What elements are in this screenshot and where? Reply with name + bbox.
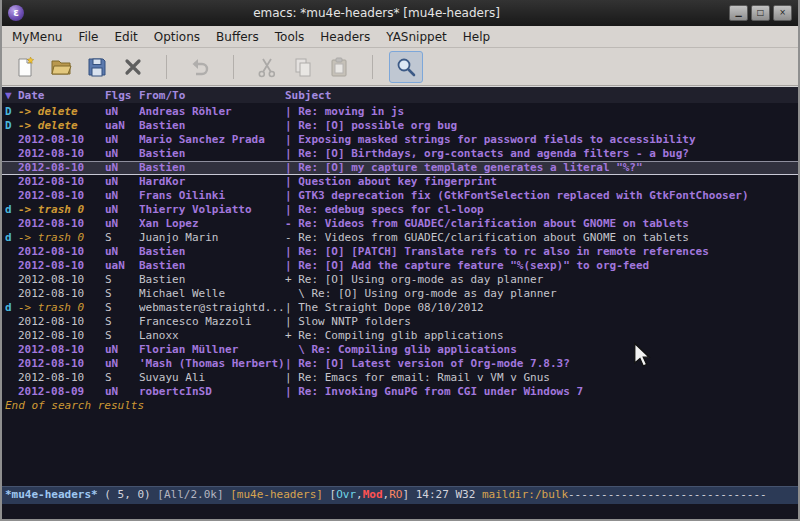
message-row[interactable]: 2012-08-10uNBastien| Re: [O] my capture … xyxy=(2,161,798,175)
menu-headers[interactable]: Headers xyxy=(312,28,378,46)
header-line: ▼ Date Flgs From/To Subject xyxy=(2,87,798,103)
message-row[interactable]: 2012-08-10uNMario Sanchez Prada| Exposin… xyxy=(2,133,798,147)
subject-cell: | Re: Emacs for email: Rmail v VM v Gnus xyxy=(285,371,798,385)
message-row[interactable]: 2012-08-10uNXan Lopez- Re: Videos from G… xyxy=(2,217,798,231)
mark-cell: D xyxy=(5,119,18,133)
cut-button[interactable] xyxy=(250,51,284,83)
message-row[interactable]: d-> trash 0uNThierry Volpiatto| Re: edeb… xyxy=(2,203,798,217)
message-row[interactable]: D-> deleteuaNBastien| Re: [O] possible o… xyxy=(2,119,798,133)
close-button[interactable] xyxy=(116,51,150,83)
header-col-date[interactable]: Date xyxy=(18,89,105,102)
mark-cell xyxy=(5,357,18,371)
message-row[interactable]: D-> deleteuNAndreas Röhler| Re: moving i… xyxy=(2,105,798,119)
window-title: emacs: *mu4e-headers* [mu4e-headers] xyxy=(24,6,729,20)
titlebar[interactable]: ε emacs: *mu4e-headers* [mu4e-headers] ▁… xyxy=(2,0,798,26)
mark-cell xyxy=(5,245,18,259)
maildir: maildir:/bulk xyxy=(482,488,568,501)
message-row[interactable]: 2012-08-10uNBastien| Re: [O] Birthdays, … xyxy=(2,147,798,161)
minimize-button[interactable]: ▁ xyxy=(729,5,748,21)
message-row[interactable]: 2012-08-10SFrancesco Mazzoli| Slow NNTP … xyxy=(2,315,798,329)
mark-cell xyxy=(5,175,18,189)
message-row[interactable]: 2012-08-10uNHardKor| Question about key … xyxy=(2,175,798,189)
menu-options[interactable]: Options xyxy=(146,28,208,46)
subject-cell: | Re: [O] Add the capture feature "%(sex… xyxy=(285,259,798,273)
menu-mymenu[interactable]: MyMenu xyxy=(4,28,70,46)
flags-cell: S xyxy=(105,371,139,385)
open-file-button[interactable] xyxy=(44,51,78,83)
message-row[interactable]: 2012-08-10uNFrans Oilinki| GTK3 deprecat… xyxy=(2,189,798,203)
modified-flag: Mod xyxy=(363,488,383,501)
message-row[interactable]: 2012-08-10uaNBastien| Re: [O] Add the ca… xyxy=(2,259,798,273)
date-cell: 2012-08-10 xyxy=(18,273,105,287)
window-id: W32 xyxy=(455,488,482,501)
header-col-flags[interactable]: Flgs xyxy=(105,89,139,102)
window-controls: ▁ □ × xyxy=(729,5,792,21)
message-row[interactable]: 2012-08-10uN'Mash (Thomas Herbert)| Re: … xyxy=(2,357,798,371)
subject-cell: | Re: [O] Latest version of Org-mode 7.8… xyxy=(285,357,798,371)
mark-cell xyxy=(5,287,18,301)
paste-button[interactable] xyxy=(322,51,356,83)
date-cell: 2012-08-10 xyxy=(18,175,105,189)
from-cell: Francesco Mazzoli xyxy=(139,315,285,329)
save-button[interactable] xyxy=(80,51,114,83)
menu-edit[interactable]: Edit xyxy=(107,28,146,46)
mode-line[interactable]: *mu4e-headers* ( 5, 0) [All/2.0k] [mu4e-… xyxy=(2,486,798,504)
message-row[interactable]: d-> trash 0SJuanjo Marin- Re: Videos fro… xyxy=(2,231,798,245)
undo-button[interactable] xyxy=(183,51,217,83)
end-of-results: End of search results xyxy=(2,399,798,413)
subject-cell: \ Re: [O] Using org-mode as day planner xyxy=(285,287,798,301)
date-cell: 2012-08-10 xyxy=(18,315,105,329)
flags-cell: uN xyxy=(105,357,139,371)
menu-help[interactable]: Help xyxy=(455,28,498,46)
flags-cell: S xyxy=(105,287,139,301)
flags-cell: uaN xyxy=(105,259,139,273)
new-file-button[interactable] xyxy=(8,51,42,83)
date-cell: -> trash 0 xyxy=(18,203,105,217)
flags-cell: S xyxy=(105,231,139,245)
message-row[interactable]: 2012-08-10SMichael Welle \ Re: [O] Using… xyxy=(2,287,798,301)
copy-button[interactable] xyxy=(286,51,320,83)
subject-cell: | Question about key fingerprint xyxy=(285,175,798,189)
date-cell: 2012-08-10 xyxy=(18,133,105,147)
flags-cell: uN xyxy=(105,133,139,147)
message-row[interactable]: 2012-08-10uNBastien| Re: [O] [PATCH] Tra… xyxy=(2,245,798,259)
mark-cell: d xyxy=(5,203,18,217)
flags-cell: uN xyxy=(105,189,139,203)
from-cell: HardKor xyxy=(139,175,285,189)
flags-cell: S xyxy=(105,273,139,287)
menu-buffers[interactable]: Buffers xyxy=(208,28,267,46)
header-col-subject[interactable]: Subject xyxy=(285,89,798,102)
mark-cell xyxy=(5,217,18,231)
mark-cell xyxy=(5,385,18,399)
menu-yasnippet[interactable]: YASnippet xyxy=(378,28,455,46)
message-row[interactable]: d-> trash 0Swebmaster@straightd...| The … xyxy=(2,301,798,315)
message-row[interactable]: 2012-08-10uNFlorian Müllner \ Re: Compil… xyxy=(2,343,798,357)
message-row[interactable]: 2012-08-10SLanoxx+ Re: Compiling glib ap… xyxy=(2,329,798,343)
from-cell: Bastien xyxy=(139,147,285,161)
message-row[interactable]: 2012-08-10SBastien+ Re: [O] Using org-mo… xyxy=(2,273,798,287)
subject-cell: | Re: [O] [PATCH] Translate refs to rc a… xyxy=(285,245,798,259)
cursor-position: ( 5, 0) xyxy=(98,488,158,501)
header-col-from[interactable]: From/To xyxy=(139,89,285,102)
mark-cell xyxy=(5,371,18,385)
mark-cell xyxy=(5,133,18,147)
menu-tools[interactable]: Tools xyxy=(267,28,313,46)
overwrite-flag: Ovr xyxy=(336,488,356,501)
date-cell: 2012-08-10 xyxy=(18,147,105,161)
mark-cell xyxy=(5,329,18,343)
message-row[interactable]: 2012-08-09uNrobertcInSD| Re: Invoking Gn… xyxy=(2,385,798,399)
menu-file[interactable]: File xyxy=(70,28,106,46)
message-row[interactable]: 2012-08-10SSuvayu Ali| Re: Emacs for ema… xyxy=(2,371,798,385)
date-cell: 2012-08-10 xyxy=(18,343,105,357)
maximize-button[interactable]: □ xyxy=(751,5,770,21)
menu-bar: MyMenuFileEditOptionsBuffersToolsHeaders… xyxy=(2,26,798,48)
search-button[interactable] xyxy=(389,51,423,83)
mark-cell xyxy=(5,273,18,287)
from-cell: Lanoxx xyxy=(139,329,285,343)
subject-cell: | Re: moving in js xyxy=(285,105,798,119)
cut-icon xyxy=(256,56,278,78)
emacs-frame-body: ▼ Date Flgs From/To Subject D-> deleteuN… xyxy=(2,86,798,519)
mark-cell xyxy=(5,161,18,175)
close-button[interactable]: × xyxy=(773,5,792,21)
flags-cell: uN xyxy=(105,175,139,189)
